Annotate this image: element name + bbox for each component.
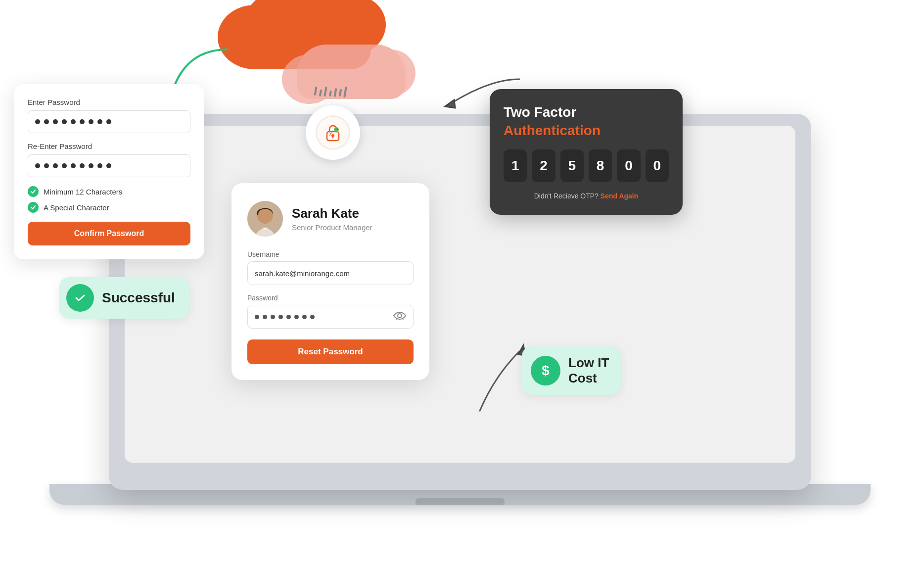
check-special-char: A Special Character (28, 202, 190, 213)
profile-header: Sarah Kate Senior Product Manager (247, 201, 414, 237)
low-it-cost-badge: $ Low IT Cost (522, 346, 621, 395)
otp-row: 1 2 5 8 0 0 (504, 149, 669, 182)
otp-digit-6[interactable]: 0 (646, 149, 669, 182)
resend-text: Didn't Recieve OTP? Send Again (504, 192, 669, 200)
enter-password-label: Enter Password (28, 98, 190, 106)
check-special-label: A Special Character (44, 203, 109, 212)
username-label: Username (247, 250, 414, 258)
profile-role: Senior Product Manager (292, 223, 372, 232)
password-label: Password (247, 294, 414, 302)
laptop-screen (125, 126, 795, 463)
lock-circle (306, 105, 360, 160)
dollar-icon-circle: $ (531, 356, 560, 385)
password-dots (255, 315, 315, 319)
low-it-text: Low IT Cost (568, 355, 609, 386)
rain-decoration (315, 87, 346, 97)
lock-icon (323, 123, 343, 143)
lock-inner (316, 115, 350, 150)
reenter-password-input[interactable] (28, 154, 190, 177)
otp-digit-5[interactable]: 0 (617, 149, 640, 182)
twofa-title: Two Factor (504, 104, 669, 121)
otp-digit-3[interactable]: 5 (560, 149, 584, 182)
confirm-password-button[interactable]: Confirm Password (28, 222, 190, 245)
password-reset-card: Enter Password Re-Enter Password Minimum… (14, 84, 204, 259)
svg-marker-5 (445, 100, 455, 108)
twofa-card: Two Factor Authentication 1 2 5 8 0 0 Di… (490, 89, 683, 215)
toggle-password-icon[interactable] (393, 310, 406, 323)
success-badge: Successful (59, 277, 189, 319)
otp-digit-4[interactable]: 8 (589, 149, 612, 182)
username-field[interactable]: sarah.kate@miniorange.com (247, 261, 414, 285)
check-min-label: Minimum 12 Characters (44, 188, 122, 196)
success-icon (66, 284, 94, 312)
dollar-icon: $ (542, 363, 550, 379)
profile-card: Sarah Kate Senior Product Manager Userna… (231, 183, 429, 380)
otp-digit-1[interactable]: 1 (504, 149, 527, 182)
check-min-chars: Minimum 12 Characters (28, 186, 190, 197)
password-field[interactable] (247, 305, 414, 329)
otp-digit-2[interactable]: 2 (532, 149, 555, 182)
twofa-subtitle: Authentication (504, 123, 669, 139)
laptop-notch (416, 498, 505, 505)
profile-info: Sarah Kate Senior Product Manager (292, 206, 372, 232)
svg-rect-3 (332, 136, 333, 139)
check-icon-special (28, 202, 39, 213)
profile-name: Sarah Kate (292, 206, 372, 221)
svg-point-10 (398, 314, 402, 318)
main-scene: Enter Password Re-Enter Password Minimum… (0, 0, 924, 578)
send-again-link[interactable]: Send Again (601, 192, 639, 200)
enter-password-input[interactable] (28, 110, 190, 133)
check-icon-min (28, 186, 39, 197)
reset-password-button[interactable]: Reset Password (247, 339, 414, 364)
success-text: Successful (102, 290, 175, 306)
reenter-password-label: Re-Enter Password (28, 142, 190, 150)
avatar (247, 201, 283, 237)
cloud-pink-decoration (297, 45, 406, 99)
laptop-body (109, 114, 811, 490)
